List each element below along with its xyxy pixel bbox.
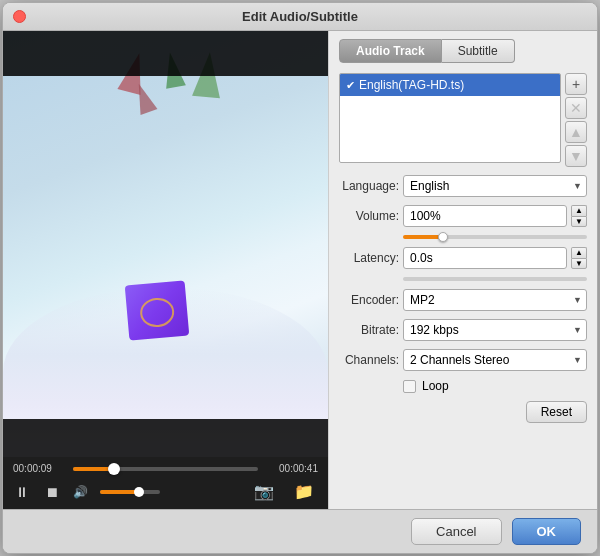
progress-thumb	[108, 463, 120, 475]
latency-down-button[interactable]: ▼	[571, 258, 587, 269]
right-panel: Audio Track Subtitle ✔ English(TAG-HD.ts…	[328, 31, 597, 509]
encoder-select-wrap: MP2 ▼	[403, 289, 587, 311]
volume-slider-track[interactable]	[403, 235, 587, 239]
language-row: Language: English ▼	[339, 175, 587, 197]
volume-input[interactable]	[403, 205, 567, 227]
volume-slider-thumb	[438, 232, 448, 242]
bottom-bar: Cancel OK	[3, 509, 597, 553]
loop-row: Loop	[403, 379, 587, 393]
latency-slider-row	[339, 277, 587, 281]
bitrate-select-wrap: 192 kbps ▼	[403, 319, 587, 341]
reset-row: Reset	[339, 401, 587, 423]
volume-row: Volume: ▲ ▼	[339, 205, 587, 227]
time-total: 00:00:41	[266, 463, 318, 474]
channels-select-wrap: 2 Channels Stereo ▼	[403, 349, 587, 371]
titlebar: Edit Audio/Subtitle	[3, 3, 597, 31]
latency-label: Latency:	[339, 251, 399, 265]
volume-slider[interactable]	[100, 490, 160, 494]
encoder-label: Encoder:	[339, 293, 399, 307]
track-list-container: ✔ English(TAG-HD.ts) + ✕ ▲ ▼	[339, 73, 587, 167]
reset-button[interactable]: Reset	[526, 401, 587, 423]
language-label: Language:	[339, 179, 399, 193]
tab-row: Audio Track Subtitle	[339, 39, 587, 63]
ok-button[interactable]: OK	[512, 518, 582, 545]
encoder-row: Encoder: MP2 ▼	[339, 289, 587, 311]
channels-select[interactable]: 2 Channels Stereo	[403, 349, 587, 371]
loop-checkbox[interactable]	[403, 380, 416, 393]
progress-track[interactable]	[73, 467, 258, 471]
time-current: 00:00:09	[13, 463, 65, 474]
window-title: Edit Audio/Subtitle	[242, 9, 358, 24]
latency-stepper: ▲ ▼	[571, 247, 587, 269]
volume-icon: 🔊	[73, 485, 88, 499]
language-select[interactable]: English	[403, 175, 587, 197]
main-window: Edit Audio/Subtitle 00:00:09	[2, 2, 598, 554]
cancel-button[interactable]: Cancel	[411, 518, 501, 545]
volume-thumb	[134, 487, 144, 497]
track-label: English(TAG-HD.ts)	[359, 78, 464, 92]
stop-button[interactable]: ⏹	[43, 482, 61, 502]
volume-slider-row	[339, 235, 587, 239]
letterbox-bottom	[3, 419, 328, 457]
encoder-select[interactable]: MP2	[403, 289, 587, 311]
remove-track-button[interactable]: ✕	[565, 97, 587, 119]
pause-button[interactable]: ⏸	[13, 482, 31, 502]
volume-up-button[interactable]: ▲	[571, 205, 587, 216]
track-checkmark: ✔	[346, 79, 355, 92]
video-area	[3, 31, 328, 457]
move-track-up-button[interactable]: ▲	[565, 121, 587, 143]
latency-up-button[interactable]: ▲	[571, 247, 587, 258]
video-panel: 00:00:09 00:00:41 ⏸ ⏹ 🔊	[3, 31, 328, 509]
close-button[interactable]	[13, 10, 26, 23]
bitrate-row: Bitrate: 192 kbps ▼	[339, 319, 587, 341]
channels-row: Channels: 2 Channels Stereo ▼	[339, 349, 587, 371]
content-area: 00:00:09 00:00:41 ⏸ ⏹ 🔊	[3, 31, 597, 509]
move-track-down-button[interactable]: ▼	[565, 145, 587, 167]
latency-input[interactable]	[403, 247, 567, 269]
language-select-wrap: English ▼	[403, 175, 587, 197]
controls-bar: 00:00:09 00:00:41 ⏸ ⏹ 🔊	[3, 457, 328, 509]
list-actions: + ✕ ▲ ▼	[565, 73, 587, 167]
bitrate-select[interactable]: 192 kbps	[403, 319, 587, 341]
volume-stepper: ▲ ▼	[571, 205, 587, 227]
loop-label: Loop	[422, 379, 449, 393]
tab-audio-track[interactable]: Audio Track	[339, 39, 442, 63]
channels-label: Channels:	[339, 353, 399, 367]
folder-icon[interactable]: 📁	[290, 480, 318, 503]
playback-row: ⏸ ⏹ 🔊 📷 📁	[13, 480, 318, 503]
progress-row: 00:00:09 00:00:41	[13, 463, 318, 474]
track-item[interactable]: ✔ English(TAG-HD.ts)	[340, 74, 560, 96]
add-track-button[interactable]: +	[565, 73, 587, 95]
volume-label: Volume:	[339, 209, 399, 223]
track-list[interactable]: ✔ English(TAG-HD.ts)	[339, 73, 561, 163]
volume-down-button[interactable]: ▼	[571, 216, 587, 227]
latency-slider-track[interactable]	[403, 277, 587, 281]
tab-subtitle[interactable]: Subtitle	[442, 39, 515, 63]
latency-row: Latency: ▲ ▼	[339, 247, 587, 269]
purple-box	[124, 280, 189, 340]
letterbox-top	[3, 31, 328, 76]
screenshot-icon[interactable]: 📷	[250, 480, 278, 503]
bitrate-label: Bitrate:	[339, 323, 399, 337]
